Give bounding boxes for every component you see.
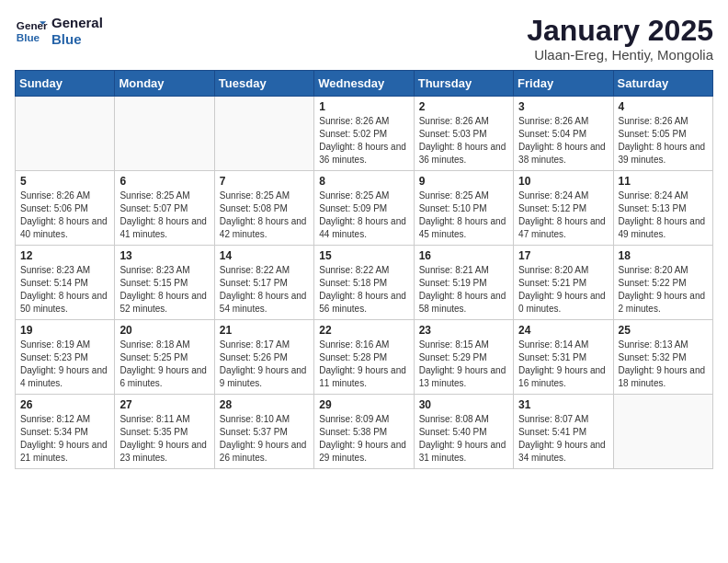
day-cell-27: 27Sunrise: 8:11 AM Sunset: 5:35 PM Dayli… <box>115 395 214 469</box>
day-cell-8: 8Sunrise: 8:25 AM Sunset: 5:09 PM Daylig… <box>314 171 414 246</box>
day-info-7: Sunrise: 8:25 AM Sunset: 5:08 PM Dayligh… <box>220 190 309 241</box>
empty-cell <box>613 395 712 469</box>
day-info-15: Sunrise: 8:22 AM Sunset: 5:18 PM Dayligh… <box>319 264 408 316</box>
day-info-2: Sunrise: 8:26 AM Sunset: 5:03 PM Dayligh… <box>419 115 508 167</box>
day-cell-2: 2Sunrise: 8:26 AM Sunset: 5:03 PM Daylig… <box>414 97 513 171</box>
day-info-3: Sunrise: 8:26 AM Sunset: 5:04 PM Dayligh… <box>518 115 608 167</box>
day-number-18: 18 <box>619 249 708 262</box>
day-cell-5: 5Sunrise: 8:26 AM Sunset: 5:06 PM Daylig… <box>16 171 115 246</box>
day-number-22: 22 <box>319 324 408 337</box>
header-saturday: Saturday <box>613 71 712 97</box>
day-cell-26: 26Sunrise: 8:12 AM Sunset: 5:34 PM Dayli… <box>16 395 115 469</box>
day-number-14: 14 <box>220 249 309 262</box>
day-number-27: 27 <box>119 398 209 411</box>
day-number-3: 3 <box>518 100 608 113</box>
day-info-25: Sunrise: 8:13 AM Sunset: 5:32 PM Dayligh… <box>619 339 708 390</box>
day-number-11: 11 <box>619 175 708 188</box>
day-info-30: Sunrise: 8:08 AM Sunset: 5:40 PM Dayligh… <box>419 413 508 465</box>
day-info-14: Sunrise: 8:22 AM Sunset: 5:17 PM Dayligh… <box>220 264 309 316</box>
day-cell-9: 9Sunrise: 8:25 AM Sunset: 5:10 PM Daylig… <box>414 171 513 246</box>
week-row-1: 1Sunrise: 8:26 AM Sunset: 5:02 PM Daylig… <box>16 97 713 171</box>
day-number-24: 24 <box>518 324 608 337</box>
day-cell-11: 11Sunrise: 8:24 AM Sunset: 5:13 PM Dayli… <box>613 171 712 246</box>
day-number-25: 25 <box>619 324 708 337</box>
week-row-5: 26Sunrise: 8:12 AM Sunset: 5:34 PM Dayli… <box>16 395 713 469</box>
day-cell-22: 22Sunrise: 8:16 AM Sunset: 5:28 PM Dayli… <box>314 320 414 395</box>
day-cell-10: 10Sunrise: 8:24 AM Sunset: 5:12 PM Dayli… <box>514 171 613 246</box>
day-info-16: Sunrise: 8:21 AM Sunset: 5:19 PM Dayligh… <box>419 264 508 316</box>
day-cell-1: 1Sunrise: 8:26 AM Sunset: 5:02 PM Daylig… <box>314 97 414 171</box>
day-number-21: 21 <box>220 324 309 337</box>
day-cell-4: 4Sunrise: 8:26 AM Sunset: 5:05 PM Daylig… <box>613 97 712 171</box>
day-number-7: 7 <box>220 175 309 188</box>
day-cell-19: 19Sunrise: 8:19 AM Sunset: 5:23 PM Dayli… <box>16 320 115 395</box>
calendar-table: SundayMondayTuesdayWednesdayThursdayFrid… <box>15 70 713 469</box>
day-cell-12: 12Sunrise: 8:23 AM Sunset: 5:14 PM Dayli… <box>16 246 115 320</box>
header-tuesday: Tuesday <box>214 71 313 97</box>
day-info-12: Sunrise: 8:23 AM Sunset: 5:14 PM Dayligh… <box>20 264 109 316</box>
day-number-5: 5 <box>20 175 109 188</box>
day-number-4: 4 <box>619 100 708 113</box>
header-thursday: Thursday <box>414 71 513 97</box>
header-friday: Friday <box>514 71 613 97</box>
weekday-header-row: SundayMondayTuesdayWednesdayThursdayFrid… <box>16 71 713 97</box>
day-number-6: 6 <box>119 175 209 188</box>
day-cell-14: 14Sunrise: 8:22 AM Sunset: 5:17 PM Dayli… <box>214 246 313 320</box>
day-number-20: 20 <box>119 324 209 337</box>
day-cell-29: 29Sunrise: 8:09 AM Sunset: 5:38 PM Dayli… <box>314 395 414 469</box>
day-cell-3: 3Sunrise: 8:26 AM Sunset: 5:04 PM Daylig… <box>514 97 613 171</box>
day-info-27: Sunrise: 8:11 AM Sunset: 5:35 PM Dayligh… <box>119 413 209 465</box>
day-info-4: Sunrise: 8:26 AM Sunset: 5:05 PM Dayligh… <box>619 115 708 167</box>
day-number-8: 8 <box>319 175 408 188</box>
logo-text-general: General <box>51 15 103 31</box>
empty-cell <box>16 97 115 171</box>
day-info-21: Sunrise: 8:17 AM Sunset: 5:26 PM Dayligh… <box>220 339 309 390</box>
header-wednesday: Wednesday <box>314 71 414 97</box>
day-info-11: Sunrise: 8:24 AM Sunset: 5:13 PM Dayligh… <box>619 190 708 241</box>
day-info-17: Sunrise: 8:20 AM Sunset: 5:21 PM Dayligh… <box>518 264 608 316</box>
day-number-28: 28 <box>220 398 309 411</box>
day-number-10: 10 <box>518 175 608 188</box>
day-cell-28: 28Sunrise: 8:10 AM Sunset: 5:37 PM Dayli… <box>214 395 313 469</box>
day-number-1: 1 <box>319 100 408 113</box>
day-number-15: 15 <box>319 249 408 262</box>
day-info-28: Sunrise: 8:10 AM Sunset: 5:37 PM Dayligh… <box>220 413 309 465</box>
day-info-31: Sunrise: 8:07 AM Sunset: 5:41 PM Dayligh… <box>518 413 608 465</box>
day-number-16: 16 <box>419 249 508 262</box>
day-number-26: 26 <box>20 398 109 411</box>
day-info-18: Sunrise: 8:20 AM Sunset: 5:22 PM Dayligh… <box>619 264 708 316</box>
logo-text-blue: Blue <box>51 31 103 48</box>
day-info-23: Sunrise: 8:15 AM Sunset: 5:29 PM Dayligh… <box>419 339 508 390</box>
svg-text:General: General <box>17 19 48 31</box>
day-number-12: 12 <box>20 249 109 262</box>
day-cell-24: 24Sunrise: 8:14 AM Sunset: 5:31 PM Dayli… <box>514 320 613 395</box>
day-cell-21: 21Sunrise: 8:17 AM Sunset: 5:26 PM Dayli… <box>214 320 313 395</box>
week-row-3: 12Sunrise: 8:23 AM Sunset: 5:14 PM Dayli… <box>16 246 713 320</box>
day-cell-13: 13Sunrise: 8:23 AM Sunset: 5:15 PM Dayli… <box>115 246 214 320</box>
day-info-22: Sunrise: 8:16 AM Sunset: 5:28 PM Dayligh… <box>319 339 408 390</box>
week-row-4: 19Sunrise: 8:19 AM Sunset: 5:23 PM Dayli… <box>16 320 713 395</box>
day-number-13: 13 <box>119 249 209 262</box>
day-info-9: Sunrise: 8:25 AM Sunset: 5:10 PM Dayligh… <box>419 190 508 241</box>
day-number-17: 17 <box>518 249 608 262</box>
day-number-29: 29 <box>319 398 408 411</box>
day-info-1: Sunrise: 8:26 AM Sunset: 5:02 PM Dayligh… <box>319 115 408 167</box>
day-cell-25: 25Sunrise: 8:13 AM Sunset: 5:32 PM Dayli… <box>613 320 712 395</box>
day-info-19: Sunrise: 8:19 AM Sunset: 5:23 PM Dayligh… <box>20 339 109 390</box>
day-number-2: 2 <box>419 100 508 113</box>
week-row-2: 5Sunrise: 8:26 AM Sunset: 5:06 PM Daylig… <box>16 171 713 246</box>
day-cell-31: 31Sunrise: 8:07 AM Sunset: 5:41 PM Dayli… <box>514 395 613 469</box>
day-info-8: Sunrise: 8:25 AM Sunset: 5:09 PM Dayligh… <box>319 190 408 241</box>
svg-text:Blue: Blue <box>17 31 40 43</box>
day-number-31: 31 <box>518 398 608 411</box>
logo: General Blue General Blue <box>15 15 103 48</box>
day-cell-30: 30Sunrise: 8:08 AM Sunset: 5:40 PM Dayli… <box>414 395 513 469</box>
day-cell-23: 23Sunrise: 8:15 AM Sunset: 5:29 PM Dayli… <box>414 320 513 395</box>
day-info-24: Sunrise: 8:14 AM Sunset: 5:31 PM Dayligh… <box>518 339 608 390</box>
day-info-26: Sunrise: 8:12 AM Sunset: 5:34 PM Dayligh… <box>20 413 109 465</box>
calendar-subtitle: Ulaan-Ereg, Hentiy, Mongolia <box>527 47 713 63</box>
header-sunday: Sunday <box>16 71 115 97</box>
day-number-19: 19 <box>20 324 109 337</box>
day-info-10: Sunrise: 8:24 AM Sunset: 5:12 PM Dayligh… <box>518 190 608 241</box>
empty-cell <box>214 97 313 171</box>
